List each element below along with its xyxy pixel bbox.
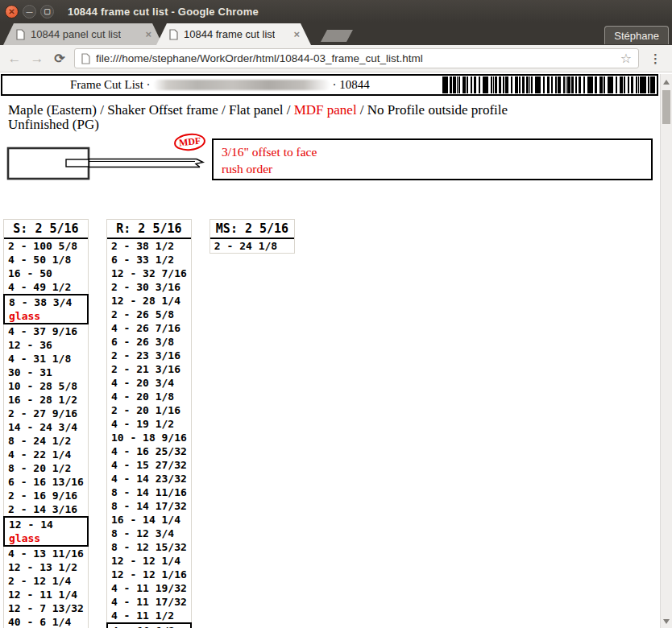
spec-mdf-panel: MDF panel [294,102,357,118]
cut-item: 4 - 10 1/2 [108,624,190,628]
glass-item-box: 12 - 14glass [3,516,89,547]
cut-item: 2 - 21 3/16 [107,362,191,376]
profile-button[interactable]: Stéphane [604,26,669,44]
page-icon [81,53,90,64]
cut-item: 12 - 32 7/16 [107,266,191,280]
cut-item: 4 - 11 17/32 [107,595,191,609]
cut-item: 12 - 14 [5,518,87,531]
cut-item: 2 - 14 3/16 [4,502,88,516]
finish-line: Unfinished (PG) [8,118,659,132]
cut-item: 4 - 16 25/32 [107,444,191,458]
report-title: Frame Cut List · [70,78,151,92]
cut-item: 2 - 26 5/8 [107,308,191,321]
chrome-menu-icon[interactable] [645,52,666,66]
cut-item: 4 - 19 1/2 [107,417,191,431]
address-bar[interactable]: file:///home/stephane/WorkOrder/html/108… [74,48,639,68]
cut-item: 2 - 30 3/16 [107,280,191,294]
cut-item: 4 - 20 3/4 [107,376,191,390]
page-icon [16,29,25,40]
cut-item: 10 - 28 5/8 [4,379,88,393]
browser-toolbar: file:///home/stephane/WorkOrder/html/108… [0,45,672,72]
spec-line: Maple (Eastern) / Shaker Offset frame / … [8,103,659,118]
cut-item: 12 - 11 1/4 [4,588,88,601]
barcode [442,76,655,93]
cut-item: 12 - 13 1/2 [4,560,88,574]
cut-item: 2 - 24 1/8 [210,239,294,253]
scroll-up-icon[interactable] [663,80,670,85]
cut-item: 4 - 26 7/16 [107,321,191,335]
cut-item: 4 - 11 1/2 [107,609,191,622]
column-header: S: 2 5/16 [4,220,88,239]
cut-item: 6 - 16 13/16 [4,475,88,489]
tab-strip: 10844 panel cut list × 10844 frame cut l… [0,23,672,45]
cut-item: 40 - 6 1/4 [4,615,88,628]
cut-item: 2 - 27 9/16 [4,407,88,420]
cut-item: 16 - 14 1/4 [107,513,191,527]
spec-text: Maple (Eastern) / Shaker Offset frame / … [8,102,294,118]
cutlist-columns: S: 2 5/162 - 100 5/84 - 50 1/816 - 504 -… [3,219,659,628]
cut-item: 2 - 38 1/2 [107,239,191,253]
cut-item: 4 - 14 23/32 [107,472,191,485]
glass-label: glass [5,309,87,323]
spec-text: / No Profile outside profile [357,102,508,118]
cutlist-column: R: 2 5/162 - 38 1/26 - 33 1/212 - 32 7/1… [106,219,192,628]
scroll-down-icon[interactable] [663,619,670,624]
cut-item: 8 - 24 1/2 [4,434,88,448]
cut-item: 8 - 12 15/32 [107,540,191,554]
cut-item: 12 - 36 [4,338,88,352]
order-notes-box: 3/16" offset to face rush order [212,138,653,180]
diagram-section: MDF 3/16" offset to face rush order [0,132,659,216]
tab-close-icon[interactable]: × [145,28,151,40]
url-text[interactable]: file:///home/stephane/WorkOrder/html/108… [96,52,615,64]
window-maximize-button[interactable] [40,5,54,19]
page-content: Frame Cut List · · 10844 Maple (Eastern)… [0,74,672,628]
reload-icon[interactable] [52,51,68,66]
forward-icon[interactable] [29,51,45,67]
redacted-customer-name [153,80,330,90]
tab-label: 10844 panel cut list [31,28,121,40]
cut-item: 8 - 12 3/4 [107,527,191,540]
cut-item: 4 - 13 11/16 [4,547,88,560]
cut-item: 16 - 28 1/2 [4,393,88,407]
cut-item: 2 - 100 5/8 [4,239,88,253]
new-tab-button[interactable] [321,30,353,42]
cut-item: 16 - 50 [4,266,88,280]
report-header-band: Frame Cut List · · 10844 [1,74,658,96]
cut-item: 4 - 31 1/8 [4,352,88,366]
column-header: MS: 2 5/16 [210,220,294,239]
window-titlebar: 10844 frame cut list - Google Chrome [0,0,672,23]
window-minimize-button[interactable] [23,5,36,19]
cut-item: 2 - 12 1/4 [4,574,88,588]
cut-item: 12 - 12 1/16 [107,568,191,581]
cut-item: 2 - 23 3/16 [107,349,191,362]
spec-lines: Maple (Eastern) / Shaker Offset frame / … [8,103,659,132]
cut-item: 30 - 31 [4,366,88,379]
cutlist-column: S: 2 5/162 - 100 5/84 - 50 1/816 - 504 -… [3,219,89,628]
back-icon[interactable] [6,51,23,67]
cut-item: 6 - 26 3/8 [107,335,191,349]
scrollbar-thumb[interactable] [662,90,670,124]
cut-item: 4 - 37 9/16 [4,324,88,338]
cut-item: 8 - 20 1/2 [4,461,88,475]
page-icon [169,29,178,40]
cut-item: 4 - 11 19/32 [107,581,191,595]
window-close-button[interactable] [5,5,19,19]
cut-item: 2 - 20 1/16 [107,403,191,417]
cutlist-column: MS: 2 5/162 - 24 1/8 [209,219,295,254]
cut-item: 12 - 7 13/32 [4,601,88,615]
cut-item: 10 - 18 9/16 [107,431,191,444]
cut-item: 8 - 14 17/32 [107,499,191,513]
window-title: 10844 frame cut list - Google Chrome [68,6,259,18]
tab-label: 10844 frame cut list [184,28,275,40]
tab-close-icon[interactable]: × [293,28,300,40]
cut-item: 4 - 15 27/32 [107,458,191,472]
bookmark-star-icon[interactable] [620,51,632,66]
scrollbar[interactable] [660,74,672,628]
cut-item: 12 - 28 1/4 [107,294,191,308]
note-line: 3/16" offset to face [222,143,643,160]
column-header: R: 2 5/16 [107,220,191,239]
cut-item: 6 - 33 1/2 [107,253,191,266]
tab-panel-cut-list[interactable]: 10844 panel cut list × [3,23,163,45]
tab-frame-cut-list[interactable]: 10844 frame cut list × [156,23,311,45]
cut-item: 8 - 14 11/16 [107,485,191,499]
